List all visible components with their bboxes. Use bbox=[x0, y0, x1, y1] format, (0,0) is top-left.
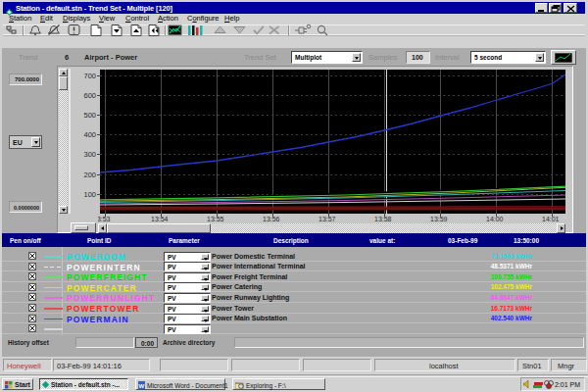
svg-text:W: W bbox=[139, 383, 145, 389]
